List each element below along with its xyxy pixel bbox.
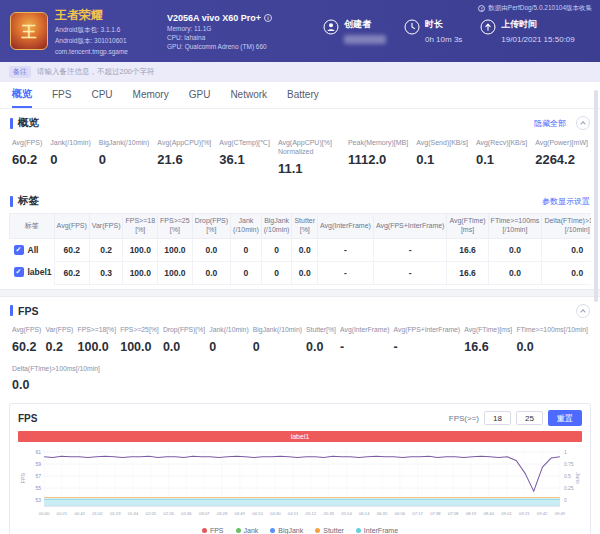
svg-text:05:33: 05:33 [323, 512, 334, 517]
tab-FPS[interactable]: FPS [52, 82, 71, 108]
column-header[interactable]: FPS>=18 [%] [123, 214, 158, 239]
upload-time-label: 上传时间 [501, 18, 574, 31]
collapse-overview-button[interactable] [576, 116, 590, 130]
remark-bar[interactable]: 备注 请输入备注信息，不超过200个字符 [0, 62, 600, 82]
metric-label: Avg(FPS+InterFrame) [394, 326, 461, 335]
tab-Battery[interactable]: Battery [287, 82, 319, 108]
creator-label: 创建者 [344, 18, 386, 31]
metric-value: 36.1 [219, 152, 270, 167]
metric-label: Avg(FPS) [12, 326, 41, 335]
metric-value: 21.6 [157, 152, 211, 167]
tab-Memory[interactable]: Memory [133, 82, 169, 108]
row-checkbox[interactable]: ✓ [14, 245, 24, 255]
svg-text:61: 61 [36, 449, 42, 455]
fps-threshold-input-2[interactable] [516, 411, 543, 425]
metric-value: 16.6 [464, 340, 512, 354]
table-cell: 0 [231, 261, 262, 284]
metric-label: Delta(FTime)>100ms[/10min] [12, 365, 100, 374]
metric-bigjank-10min: BigJank(/10min)0 [99, 138, 150, 176]
column-header[interactable]: Drop(FPS) [%] [192, 214, 230, 239]
metric-value: 60.2 [12, 340, 41, 354]
svg-text:02:05: 02:05 [146, 512, 157, 517]
row-checkbox[interactable]: ✓ [14, 267, 24, 277]
page-scrollbar[interactable] [594, 90, 598, 302]
column-header[interactable]: Var(FPS) [89, 214, 123, 239]
metric-value: - [394, 340, 461, 354]
metric-avg-fps: Avg(FPS)60.2 [12, 326, 41, 354]
metric-label: Drop(FPS)[%] [163, 326, 205, 335]
fps-threshold-input-1[interactable] [484, 411, 511, 425]
fps-title: FPS [18, 305, 38, 317]
legend-item-stutter[interactable]: Stutter [315, 527, 344, 534]
table-cell: 100.0 [123, 261, 158, 284]
metric-value: 0.0 [516, 340, 588, 354]
metric-avg-ctemp: Avg(CTemp)[℃]36.1 [219, 138, 270, 176]
column-header[interactable]: Avg(FPS+InterFrame) [373, 214, 447, 239]
column-header[interactable]: 标签 [10, 214, 55, 239]
metric-value: 0.0 [163, 340, 205, 354]
legend-dot [270, 528, 275, 533]
table-cell: 0.3 [89, 261, 123, 284]
table-cell: 100.0 [158, 238, 193, 261]
tab-CPU[interactable]: CPU [91, 82, 112, 108]
tab-概览[interactable]: 概览 [12, 82, 32, 108]
table-cell: 0.0 [192, 261, 230, 284]
metric-value: 0.0 [306, 340, 336, 354]
tab-Network[interactable]: Network [230, 82, 267, 108]
metric-label: Stutter[%] [306, 326, 336, 335]
fps-line-chart[interactable]: 00:0000:2100:4201:0201:2301:4402:0502:26… [18, 444, 582, 524]
column-header[interactable]: Stutter [%] [292, 214, 318, 239]
metric-avg-send-kb-s: Avg(Send)[KB/s]0.1 [416, 138, 468, 176]
tab-GPU[interactable]: GPU [189, 82, 211, 108]
hide-all-link[interactable]: 隐藏全部 [534, 118, 566, 129]
column-header[interactable]: Delta(FTime)>100ms [/10min] [542, 214, 591, 239]
metric-label: Avg(InterFrame) [340, 326, 389, 335]
svg-text:06:56: 06:56 [395, 512, 406, 517]
duration-value: 0h 10m 3s [425, 35, 462, 44]
column-header[interactable]: FTime>=100ms [/10min] [488, 214, 542, 239]
metric-delta-ftime-100ms-10min: Delta(FTime)>100ms[/10min]0.0 [12, 365, 100, 393]
metric-avg-appcpu-normalized: Avg(AppCPU)[%] Normalized11.1 [278, 138, 340, 176]
param-settings-link[interactable]: 参数显示设置 [542, 196, 590, 207]
svg-text:FPS: FPS [20, 473, 26, 484]
collect-icon [478, 5, 485, 12]
legend-item-interframe[interactable]: InterFrame [356, 527, 398, 534]
game-os-version: Android版本: 301010601 [55, 37, 167, 46]
collapse-fps-button[interactable] [576, 304, 590, 318]
svg-text:09:49: 09:49 [555, 512, 566, 517]
legend-item-bigjank[interactable]: BigJank [270, 527, 303, 534]
legend-item-fps[interactable]: FPS [202, 527, 224, 534]
remark-badge: 备注 [9, 66, 31, 78]
reset-button[interactable]: 重置 [548, 410, 582, 426]
svg-text:05:54: 05:54 [341, 512, 352, 517]
table-cell: 0.2 [89, 238, 123, 261]
column-header[interactable]: Avg(InterFrame) [318, 214, 374, 239]
svg-text:02:46: 02:46 [181, 512, 192, 517]
column-header[interactable]: Jank (/10min) [231, 214, 262, 239]
svg-text:08:40: 08:40 [483, 512, 494, 517]
metric-value: 0 [50, 152, 90, 167]
metric-value: 0 [99, 152, 150, 167]
row-name-cell: ✓label1 [10, 261, 54, 283]
perfdog-report-page: 王者荣耀 Android版本包: 3.1.1.6 Android版本: 3010… [0, 0, 600, 534]
legend-item-jank[interactable]: Jank [236, 527, 259, 534]
metric-label: Var(FPS) [46, 326, 74, 335]
column-header[interactable]: BigJank (/10min) [261, 214, 292, 239]
device-cpu: CPU: lahaina [167, 34, 305, 41]
svg-text:0.75: 0.75 [564, 461, 574, 467]
metric-jank-10min: Jank(/10min)0 [50, 138, 90, 176]
fps-chart-card: FPS FPS(>=) 重置 label1 00:0000:2100:4201:… [9, 403, 591, 534]
metric-label: Avg(Recv)[KB/s] [476, 138, 527, 147]
column-header[interactable]: FPS>=25 [%] [158, 214, 193, 239]
chart-legend: FPSJankBigJankStutterInterFrame [18, 525, 582, 534]
metric-label: Peak(Memory)[MB] [348, 138, 408, 147]
svg-text:0.5: 0.5 [564, 473, 571, 479]
table-cell: 16.6 [447, 261, 488, 284]
svg-text:09:01: 09:01 [501, 512, 512, 517]
column-header[interactable]: Avg(FPS) [54, 214, 89, 239]
column-header[interactable]: Avg(FTime) [ms] [447, 214, 488, 239]
chevron-up-icon [580, 121, 586, 127]
table-cell: 100.0 [123, 238, 158, 261]
metric-value: 11.1 [278, 161, 340, 176]
info-icon[interactable] [264, 14, 272, 22]
